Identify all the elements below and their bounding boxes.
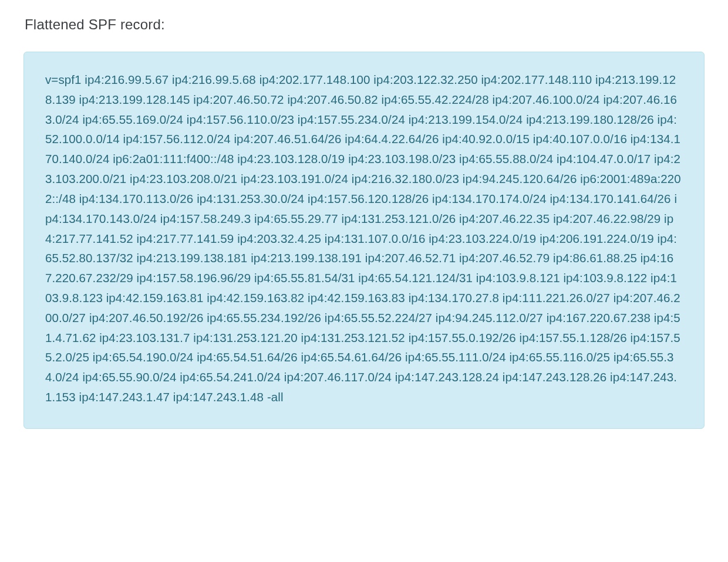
spf-record-box: v=spf1 ip4:216.99.5.67 ip4:216.99.5.68 i… — [23, 52, 705, 429]
section-heading: Flattened SPF record: — [25, 16, 705, 33]
page-container: Flattened SPF record: v=spf1 ip4:216.99.… — [0, 0, 728, 562]
spf-record-text: v=spf1 ip4:216.99.5.67 ip4:216.99.5.68 i… — [45, 70, 683, 407]
